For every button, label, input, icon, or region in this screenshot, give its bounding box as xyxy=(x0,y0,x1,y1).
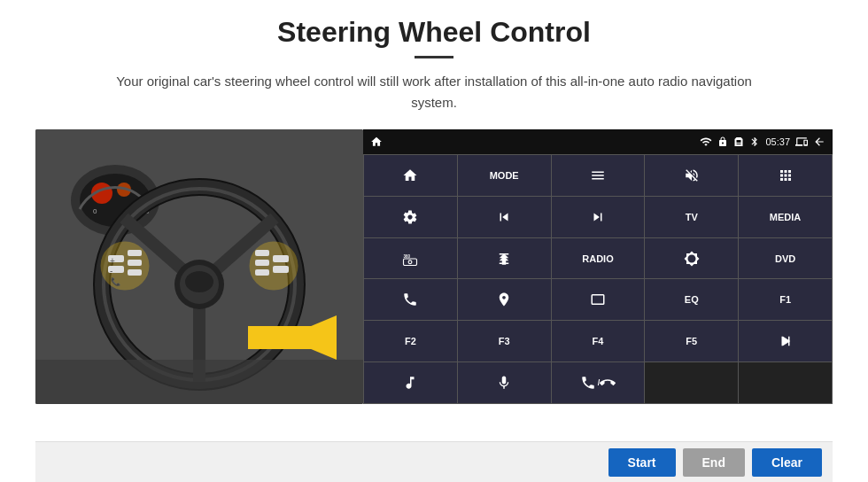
btn-tv[interactable]: TV xyxy=(645,197,738,237)
page-container: Steering Wheel Control Your original car… xyxy=(0,0,868,482)
home-status-icon xyxy=(370,136,383,148)
bottom-action-bar: Start End Clear xyxy=(35,441,833,482)
svg-rect-20 xyxy=(128,260,142,266)
btn-music[interactable] xyxy=(364,362,457,403)
sim-icon xyxy=(733,136,744,147)
svg-rect-21 xyxy=(128,269,142,276)
android-panel: 05:37 MODE xyxy=(363,129,833,404)
svg-rect-29 xyxy=(273,255,289,262)
btn-f2[interactable]: F2 xyxy=(364,321,457,362)
btn-screen-ratio[interactable] xyxy=(552,279,645,320)
svg-text:0: 0 xyxy=(93,207,97,215)
svg-rect-35 xyxy=(404,259,417,266)
btn-f1[interactable]: F1 xyxy=(739,279,832,320)
svg-text:📞: 📞 xyxy=(111,276,121,287)
btn-prev[interactable] xyxy=(458,197,551,237)
svg-text:-: - xyxy=(110,266,112,276)
svg-point-15 xyxy=(185,271,213,292)
end-button[interactable]: End xyxy=(683,448,745,477)
svg-rect-30 xyxy=(273,266,289,273)
svg-rect-28 xyxy=(255,269,269,276)
bluetooth-icon xyxy=(749,136,760,147)
btn-f5[interactable]: F5 xyxy=(645,321,738,362)
clock: 05:37 xyxy=(765,136,790,147)
svg-rect-26 xyxy=(255,250,269,256)
btn-mic[interactable] xyxy=(458,362,551,403)
button-grid: MODE xyxy=(363,154,833,404)
btn-f4[interactable]: F4 xyxy=(552,321,645,362)
btn-mode[interactable]: MODE xyxy=(458,155,551,196)
svg-rect-19 xyxy=(128,250,142,256)
btn-list[interactable] xyxy=(552,155,645,196)
svg-rect-33 xyxy=(35,360,363,404)
start-button[interactable]: Start xyxy=(608,448,676,477)
title-underline xyxy=(415,56,453,58)
btn-phone[interactable] xyxy=(364,279,457,320)
svg-text:+: + xyxy=(110,256,115,266)
status-bar: 05:37 xyxy=(363,129,833,154)
btn-empty2 xyxy=(739,362,832,403)
btn-radio[interactable]: RADIO xyxy=(552,238,645,279)
btn-eject[interactable] xyxy=(458,238,551,279)
steering-wheel-image: 0 200 xyxy=(35,129,363,404)
btn-nav[interactable] xyxy=(458,279,551,320)
btn-media[interactable]: MEDIA xyxy=(739,197,832,237)
btn-settings[interactable] xyxy=(364,197,457,237)
svg-rect-16 xyxy=(102,243,148,289)
btn-brightness[interactable] xyxy=(645,238,738,279)
svg-point-36 xyxy=(409,260,413,263)
wifi-icon xyxy=(700,136,712,148)
btn-eq[interactable]: EQ xyxy=(645,279,738,320)
svg-text:360: 360 xyxy=(404,253,411,258)
svg-rect-32 xyxy=(248,326,337,349)
status-bar-left xyxy=(370,136,383,148)
btn-dvd[interactable]: DVD xyxy=(739,238,832,279)
btn-f3[interactable]: F3 xyxy=(458,321,551,362)
clear-button[interactable]: Clear xyxy=(752,448,822,477)
svg-rect-27 xyxy=(255,260,269,266)
btn-empty1 xyxy=(645,362,738,403)
screen-mirror-icon xyxy=(795,136,808,148)
svg-rect-37 xyxy=(592,295,604,305)
btn-home[interactable] xyxy=(364,155,457,196)
btn-mute[interactable] xyxy=(645,155,738,196)
btn-apps[interactable] xyxy=(739,155,832,196)
back-icon xyxy=(813,136,825,148)
btn-next[interactable] xyxy=(552,197,645,237)
lock-icon xyxy=(717,136,728,147)
status-bar-right: 05:37 xyxy=(700,136,825,148)
btn-360cam[interactable]: 360 xyxy=(364,238,457,279)
btn-call-end[interactable]: / xyxy=(552,362,645,403)
content-row: 0 200 xyxy=(35,129,833,441)
page-title: Steering Wheel Control xyxy=(277,16,591,49)
page-subtitle: Your original car's steering wheel contr… xyxy=(97,71,771,113)
btn-playpause[interactable] xyxy=(739,321,832,362)
